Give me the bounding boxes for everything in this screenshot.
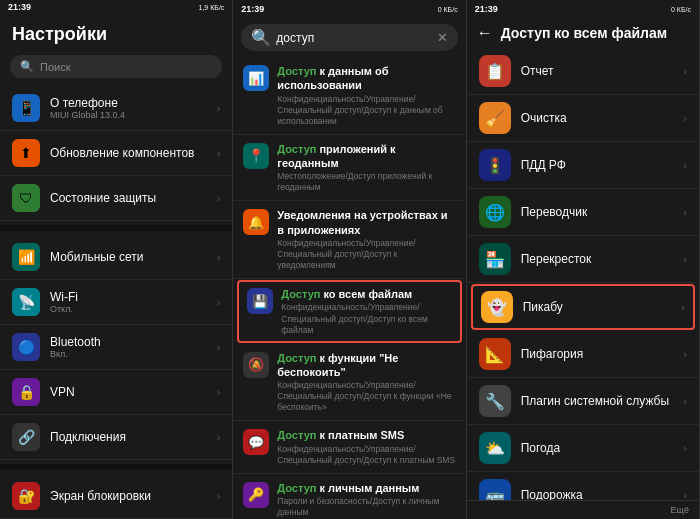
settings-item-about[interactable]: 📱 О телефоне MIUI Global 13.0.4 › bbox=[0, 86, 232, 131]
result-item-2[interactable]: 🔔 Уведомления на устройствах и в приложе… bbox=[233, 201, 465, 279]
result-icon-1: 📍 bbox=[243, 143, 269, 169]
result-item-5[interactable]: 💬 Доступ к платным SMS Конфиденциальност… bbox=[233, 421, 465, 473]
settings-item-text-update: Обновление компонентов bbox=[50, 146, 217, 160]
clear-icon[interactable]: ✕ bbox=[437, 30, 448, 45]
app-item-podorozhka[interactable]: 🚌 Подорожка › bbox=[467, 472, 699, 500]
settings-item-text-bluetooth: Bluetooth Вкл. bbox=[50, 335, 217, 359]
app-chevron-perevodchik: › bbox=[683, 206, 687, 218]
time-1: 21:39 bbox=[8, 2, 31, 12]
app-item-pikabu[interactable]: 👻 Пикабу › bbox=[471, 284, 695, 330]
app-item-plagin[interactable]: 🔧 Плагин системной службы › bbox=[467, 378, 699, 425]
settings-icon-bluetooth: 🔵 bbox=[12, 333, 40, 361]
search-icon-2: 🔍 bbox=[251, 28, 271, 47]
app-name-otchet: Отчет bbox=[521, 64, 684, 78]
app-item-perekrestok[interactable]: 🏪 Перекресток › bbox=[467, 236, 699, 283]
result-title-4: Доступ к функции "Не беспокоить" bbox=[277, 351, 455, 380]
app-chevron-ochistka: › bbox=[683, 112, 687, 124]
settings-item-text-vpn: VPN bbox=[50, 385, 217, 399]
result-content-1: Доступ приложений к геоданным Местополож… bbox=[277, 142, 455, 194]
settings-icon-networks: 📶 bbox=[12, 243, 40, 271]
bottom-nav-more[interactable]: Ещё bbox=[671, 505, 689, 515]
chevron-icon: › bbox=[217, 251, 221, 263]
result-sub-6: Пароли и безопасность/Доступ к личным да… bbox=[277, 496, 455, 518]
app-item-pifagoriya[interactable]: 📐 Пифагория › bbox=[467, 331, 699, 378]
settings-item-text-connections: Подключения bbox=[50, 430, 217, 444]
result-item-1[interactable]: 📍 Доступ приложений к геоданным Местопол… bbox=[233, 135, 465, 202]
search-input-container[interactable]: 🔍 ✕ bbox=[241, 24, 457, 51]
settings-list: 📱 О телефоне MIUI Global 13.0.4 › ⬆ Обно… bbox=[0, 86, 232, 519]
app-name-pogoda: Погода bbox=[521, 441, 684, 455]
result-content-4: Доступ к функции "Не беспокоить" Конфиде… bbox=[277, 351, 455, 414]
result-item-3[interactable]: 💾 Доступ ко всем файлам Конфиденциальнос… bbox=[237, 280, 461, 342]
app-chevron-plagin: › bbox=[683, 395, 687, 407]
settings-item-sub-bluetooth: Вкл. bbox=[50, 349, 217, 359]
result-item-0[interactable]: 📊 Доступ к данным об использовании Конфи… bbox=[233, 57, 465, 135]
result-sub-5: Конфиденциальность/Управление/Специальны… bbox=[277, 444, 455, 466]
app-icon-otchet: 📋 bbox=[479, 55, 511, 87]
result-content-5: Доступ к платным SMS Конфиденциальность/… bbox=[277, 428, 455, 465]
app-chevron-pogoda: › bbox=[683, 442, 687, 454]
app-name-pifagoriya: Пифагория bbox=[521, 347, 684, 361]
app-icon-podorozhka: 🚌 bbox=[479, 479, 511, 500]
settings-item-wifi[interactable]: 📡 Wi-Fi Откл. › bbox=[0, 280, 232, 325]
app-icon-pogoda: ⛅ bbox=[479, 432, 511, 464]
status-bar-2: 21:39 0 КБ/с bbox=[233, 0, 465, 18]
panel3-header: ← Доступ ко всем файлам bbox=[467, 18, 699, 48]
result-sub-3: Конфиденциальность/Управление/Специальны… bbox=[281, 302, 451, 335]
time-3: 21:39 bbox=[475, 4, 498, 14]
result-item-4[interactable]: 🔕 Доступ к функции "Не беспокоить" Конфи… bbox=[233, 344, 465, 422]
app-chevron-otchet: › bbox=[683, 65, 687, 77]
signal-2: 0 КБ/с bbox=[438, 6, 458, 13]
app-chevron-pikabu: › bbox=[681, 301, 685, 313]
settings-item-networks[interactable]: 📶 Мобильные сети › bbox=[0, 235, 232, 280]
settings-title: Настройки bbox=[0, 14, 232, 51]
result-icon-4: 🔕 bbox=[243, 352, 269, 378]
settings-item-connections[interactable]: 🔗 Подключения › bbox=[0, 415, 232, 460]
divider bbox=[0, 464, 232, 470]
result-icon-3: 💾 bbox=[247, 288, 273, 314]
status-icons-3: 0 КБ/с bbox=[671, 6, 691, 13]
settings-item-vpn[interactable]: 🔒 VPN › bbox=[0, 370, 232, 415]
settings-item-label-lockscreen: Экран блокировки bbox=[50, 489, 217, 503]
app-icon-plagin: 🔧 bbox=[479, 385, 511, 417]
app-item-otchet[interactable]: 📋 Отчет › bbox=[467, 48, 699, 95]
app-item-perevodchik[interactable]: 🌐 Переводчик › bbox=[467, 189, 699, 236]
settings-item-lockscreen[interactable]: 🔐 Экран блокировки › bbox=[0, 474, 232, 519]
chevron-icon: › bbox=[217, 192, 221, 204]
result-item-6[interactable]: 🔑 Доступ к личным данным Пароли и безопа… bbox=[233, 474, 465, 519]
app-item-ochistka[interactable]: 🧹 Очистка › bbox=[467, 95, 699, 142]
search-box[interactable]: 🔍 Поиск bbox=[10, 55, 222, 78]
back-button[interactable]: ← bbox=[477, 24, 493, 42]
app-name-ochistka: Очистка bbox=[521, 111, 684, 125]
settings-item-sub-wifi: Откл. bbox=[50, 304, 217, 314]
time-2: 21:39 bbox=[241, 4, 264, 14]
chevron-icon: › bbox=[217, 386, 221, 398]
settings-item-protection[interactable]: 🛡 Состояние защиты › bbox=[0, 176, 232, 221]
result-sub-4: Конфиденциальность/Управление/Специальны… bbox=[277, 380, 455, 413]
result-title-2: Уведомления на устройствах и в приложени… bbox=[277, 208, 455, 237]
settings-item-text-lockscreen: Экран блокировки bbox=[50, 489, 217, 503]
app-icon-pdd: 🚦 bbox=[479, 149, 511, 181]
app-name-plagin: Плагин системной службы bbox=[521, 394, 684, 408]
settings-item-bluetooth[interactable]: 🔵 Bluetooth Вкл. › bbox=[0, 325, 232, 370]
settings-item-text-about: О телефоне MIUI Global 13.0.4 bbox=[50, 96, 217, 120]
app-item-pdd[interactable]: 🚦 ПДД РФ › bbox=[467, 142, 699, 189]
chevron-icon: › bbox=[217, 296, 221, 308]
settings-item-text-protection: Состояние защиты bbox=[50, 191, 217, 205]
app-name-perekrestok: Перекресток bbox=[521, 252, 684, 266]
result-sub-1: Местоположение/Доступ приложений к геода… bbox=[277, 171, 455, 193]
app-item-pogoda[interactable]: ⛅ Погода › bbox=[467, 425, 699, 472]
results-list: 📊 Доступ к данным об использовании Конфи… bbox=[233, 57, 465, 519]
settings-item-update[interactable]: ⬆ Обновление компонентов › bbox=[0, 131, 232, 176]
app-chevron-perekrestok: › bbox=[683, 253, 687, 265]
result-content-0: Доступ к данным об использовании Конфиде… bbox=[277, 64, 455, 127]
chevron-icon: › bbox=[217, 341, 221, 353]
result-sub-0: Конфиденциальность/Управление/Специальны… bbox=[277, 94, 455, 127]
search-input[interactable] bbox=[276, 31, 431, 45]
settings-item-label-connections: Подключения bbox=[50, 430, 217, 444]
app-chevron-podorozhka: › bbox=[683, 489, 687, 500]
settings-item-label-networks: Мобильные сети bbox=[50, 250, 217, 264]
chevron-icon: › bbox=[217, 490, 221, 502]
result-content-2: Уведомления на устройствах и в приложени… bbox=[277, 208, 455, 271]
status-icons-1: 1,9 КБ/с bbox=[199, 4, 225, 11]
